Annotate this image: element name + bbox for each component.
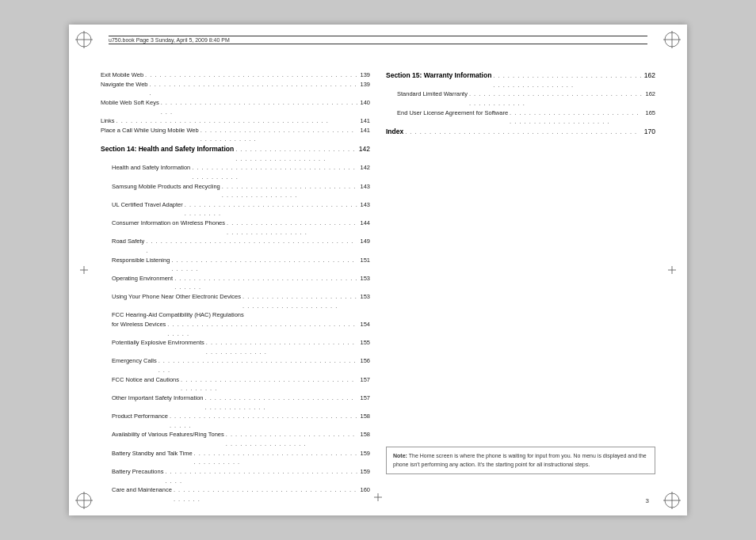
entry-page-num: 151 (360, 256, 370, 265)
entry-page-num: 143 (360, 200, 370, 210)
entry-page-num: 142 (359, 144, 370, 154)
toc-dots: . . . . . . . . . . . . . . . . . . . . … (222, 182, 359, 200)
toc-dots: . . . . . . . . . . . . . . . . . . . . … (146, 237, 358, 255)
entry-page-num: 154 (360, 320, 370, 329)
toc-entry: Exit Mobile Web . . . . . . . . . . . . … (101, 70, 370, 80)
toc-entry: FCC Hearing-Aid Compatibility (HAC) Regu… (101, 310, 370, 320)
entry-title: Potentially Explosive Environments (112, 338, 204, 348)
entry-title: FCC Notice and Cautions (112, 375, 179, 385)
content-area: Exit Mobile Web . . . . . . . . . . . . … (101, 70, 655, 474)
toc-dots: . . . . . . . . . . . . . . . . . . . . … (116, 116, 359, 126)
toc-entry: Standard Limited Warranty . . . . . . . … (386, 89, 655, 108)
header-book-info: u750.book Page 3 Sunday, April 5, 2009 8… (109, 37, 230, 43)
note-label: Note: (393, 453, 407, 458)
toc-entry: Care and Maintenance . . . . . . . . . .… (101, 485, 370, 504)
entry-title: Emergency Calls (112, 356, 157, 366)
edge-mark-right (668, 263, 676, 277)
entry-title: Mobile Web Soft Keys (101, 98, 159, 108)
entry-page-num: 159 (360, 467, 370, 477)
entry-page-num: 170 (644, 127, 655, 137)
toc-dots: . . . . . . . . . . . . . . . . . . . . … (200, 126, 359, 144)
toc-dots: . . . . . . . . . . . . . . . . . . . . … (185, 200, 359, 219)
corner-mark-br (663, 492, 681, 509)
page: u750.book Page 3 Sunday, April 5, 2009 8… (69, 25, 687, 515)
toc-entry: Consumer Information on Wireless Phones … (101, 219, 370, 237)
toc-dots: . . . . . . . . . . . . . . . . . . . . … (158, 356, 359, 375)
entry-page-num: 141 (360, 116, 370, 126)
toc-dots: . . . . . . . . . . . . . . . . . . . . … (145, 70, 358, 80)
entry-title: Index (386, 127, 403, 137)
entry-page-num: 158 (360, 412, 370, 421)
entry-title: Exit Mobile Web (101, 70, 143, 80)
note-box: Note: The Home screen is where the phone… (386, 447, 655, 474)
toc-dots: . . . . . . . . . . . . . . . . . . . . … (171, 256, 358, 274)
toc-entry: Road Safety . . . . . . . . . . . . . . … (101, 237, 370, 255)
corner-mark-tr (663, 31, 681, 48)
toc-entry: Mobile Web Soft Keys . . . . . . . . . .… (101, 98, 370, 116)
entry-title: Navigate the Web (101, 80, 147, 89)
entry-title: Using Your Phone Near Other Electronic D… (112, 292, 241, 302)
corner-mark-bl (75, 492, 93, 509)
edge-mark-bottom (374, 490, 382, 504)
entry-title: Samsung Mobile Products and Recycling (112, 182, 220, 192)
entry-page-num: 162 (645, 89, 655, 99)
toc-entry: End User License Agreement for Software … (386, 108, 655, 127)
entry-title: Section 15: Warranty Information (386, 70, 491, 81)
toc-entry: Battery Precautions . . . . . . . . . . … (101, 467, 370, 485)
toc-dots: . . . . . . . . . . . . . . . . . . . . … (194, 449, 359, 467)
toc-dots: . . . . . . . . . . . . . . . . . . . . … (204, 394, 358, 412)
entry-page-num: 156 (360, 356, 370, 366)
toc-entry: for Wireless Devices . . . . . . . . . .… (101, 320, 370, 338)
entry-title: Links (101, 116, 115, 126)
toc-entry: Place a Call While Using Mobile Web . . … (101, 126, 370, 144)
entry-title: Operating Environment (112, 274, 173, 283)
entry-title: for Wireless Devices (112, 320, 166, 329)
entry-title: Care and Maintenance (112, 485, 172, 495)
toc-dots: . . . . . . . . . . . . . . . . . . . . … (226, 430, 359, 448)
toc-entry: Potentially Explosive Environments . . .… (101, 338, 370, 356)
entry-page-num: 159 (360, 449, 370, 458)
entry-title: Road Safety (112, 237, 144, 246)
edge-mark-left (80, 263, 88, 277)
toc-entry: Section 15: Warranty Information . . . .… (386, 70, 655, 89)
toc-dots: . . . . . . . . . . . . . . . . . . . . … (493, 71, 642, 89)
toc-dots: . . . . . . . . . . . . . . . . . . . . … (192, 163, 358, 181)
toc-entry: Health and Safety Information . . . . . … (101, 163, 370, 181)
entry-title: Product Performance (112, 412, 168, 421)
entry-page-num: 143 (360, 182, 370, 192)
toc-dots: . . . . . . . . . . . . . . . . . . . . … (161, 98, 359, 116)
toc-entry: FCC Notice and Cautions . . . . . . . . … (101, 375, 370, 394)
entry-page-num: 141 (360, 126, 370, 135)
toc-entry: Availability of Various Features/Ring To… (101, 430, 370, 448)
entry-page-num: 139 (360, 80, 370, 89)
corner-mark-tl (75, 31, 93, 48)
entry-page-num: 155 (360, 338, 370, 348)
entry-title: FCC Hearing-Aid Compatibility (HAC) Regu… (112, 310, 244, 320)
entry-page-num: 162 (644, 70, 655, 81)
toc-entry: Samsung Mobile Products and Recycling . … (101, 182, 370, 200)
right-column: Section 15: Warranty Information . . . .… (386, 70, 655, 474)
entry-page-num: 157 (360, 375, 370, 385)
note-text: The Home screen is where the phone is wa… (393, 453, 647, 467)
entry-title: Standard Limited Warranty (397, 89, 468, 99)
toc-dots: . . . . . . . . . . . . . . . . . . . . … (510, 108, 643, 127)
toc-dots: . . . . . . . . . . . . . . . . . . . . … (242, 292, 358, 310)
entry-page-num: 149 (360, 237, 370, 246)
entry-page-num: 157 (360, 394, 370, 403)
toc-entry: Battery Standby and Talk Time . . . . . … (101, 449, 370, 467)
entry-page-num: 144 (360, 219, 370, 228)
entry-page-num: 165 (645, 108, 655, 118)
toc-dots: . . . . . . . . . . . . . . . . . . . . … (165, 467, 358, 485)
toc-dots: . . . . . . . . . . . . . . . . . . . . … (227, 219, 359, 237)
entry-title: Other Important Safety Information (112, 394, 203, 403)
entry-page-num: 140 (360, 98, 370, 108)
entry-title: Responsible Listening (112, 256, 170, 265)
entry-page-num: 153 (360, 292, 370, 302)
entry-page-num: 139 (360, 70, 370, 80)
toc-entry: UL Certified Travel Adapter . . . . . . … (101, 200, 370, 219)
toc-dots: . . . . . . . . . . . . . . . . . . . . … (235, 145, 357, 163)
toc-dots: . . . . . . . . . . . . . . . . . . . . … (181, 375, 358, 394)
toc-entry: Navigate the Web . . . . . . . . . . . .… (101, 80, 370, 98)
entry-title: Battery Precautions (112, 467, 163, 477)
entry-title: Availability of Various Features/Ring To… (112, 430, 224, 439)
